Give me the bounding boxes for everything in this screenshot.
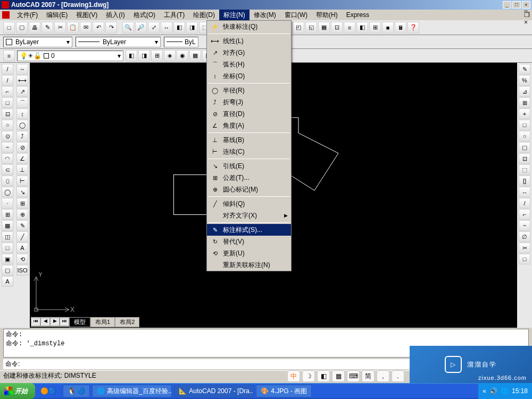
draw-tool-19[interactable]: A: [2, 276, 13, 287]
dim-tool-2[interactable]: ↗: [16, 86, 28, 97]
modify-tool-6[interactable]: ○: [519, 131, 530, 142]
menu-item-15[interactable]: ↘引线(E): [207, 160, 291, 172]
std-tool-8[interactable]: ↷: [105, 22, 117, 34]
dim-tool-14[interactable]: ✎: [16, 220, 28, 231]
std-tool-30[interactable]: ⊞: [369, 22, 381, 34]
minimize-button[interactable]: _: [503, 1, 511, 9]
std-tool-11[interactable]: 🔎: [135, 22, 147, 34]
layer-tool-3[interactable]: ◈: [164, 50, 176, 62]
modify-tool-9[interactable]: ⬚: [519, 164, 530, 175]
layer-tool-5[interactable]: ▦: [189, 50, 201, 62]
tray-expand-icon[interactable]: «: [483, 387, 486, 395]
std-tool-29[interactable]: ◧: [356, 22, 368, 34]
std-tool-1[interactable]: ▢: [16, 22, 28, 34]
layer-tool-2[interactable]: ⊞: [151, 50, 163, 62]
draw-tool-2[interactable]: ⌐: [2, 86, 13, 97]
layer-combo[interactable]: 💡 ☀ 🔓 0 ▾: [17, 51, 123, 61]
tab-model[interactable]: 模型: [69, 317, 90, 327]
layer-tool-1[interactable]: ◨: [138, 50, 150, 62]
menu-item-2[interactable]: ⟷线性(L): [207, 35, 291, 47]
draw-tool-5[interactable]: ○: [2, 120, 13, 130]
modify-tool-15[interactable]: ∅: [519, 231, 530, 242]
ime-button-0[interactable]: 中: [287, 370, 300, 382]
menu-modify[interactable]: 修改(M): [250, 10, 280, 21]
dim-tool-8[interactable]: ∠: [16, 153, 28, 164]
dim-tool-16[interactable]: A: [16, 243, 28, 253]
menu-edit[interactable]: 编辑(E): [42, 10, 72, 21]
modify-tool-11[interactable]: --: [519, 187, 530, 197]
std-tool-2[interactable]: 🖶: [29, 22, 40, 34]
menu-item-22[interactable]: ✎标注样式(S)...: [207, 224, 291, 236]
std-tool-14[interactable]: ◧: [173, 22, 185, 34]
lineweight-combo[interactable]: ByL: [164, 37, 198, 47]
std-tool-26[interactable]: ▦: [318, 22, 330, 34]
modify-tool-8[interactable]: ⊡: [519, 153, 530, 164]
draw-tool-11[interactable]: ◯: [2, 187, 13, 197]
menu-item-7[interactable]: ◯半径(R): [207, 85, 291, 96]
tray-network-icon[interactable]: 🌐: [501, 387, 509, 395]
menu-item-16[interactable]: ⊞公差(T)...: [207, 172, 291, 184]
tab-nav-next[interactable]: ▶: [50, 318, 60, 326]
draw-tool-16[interactable]: □: [2, 243, 13, 253]
menu-item-4[interactable]: ⌒弧长(H): [207, 59, 291, 70]
std-tool-5[interactable]: 📋: [67, 22, 79, 34]
task-qq[interactable]: 🐧 🔵: [63, 385, 90, 397]
ime-button-7[interactable]: .: [392, 370, 404, 382]
std-tool-0[interactable]: □: [3, 22, 15, 34]
dim-tool-10[interactable]: ⊢: [16, 176, 28, 186]
menu-dimension[interactable]: 标注(N): [219, 10, 250, 21]
draw-tool-10[interactable]: ⬯: [2, 176, 13, 186]
dim-tool-7[interactable]: ⊘: [16, 142, 28, 153]
menu-item-5[interactable]: ↕坐标(O): [207, 70, 291, 82]
ime-button-4[interactable]: ⌨: [347, 370, 360, 382]
std-tool-24[interactable]: ◰: [293, 22, 304, 34]
modify-tool-7[interactable]: ▢: [519, 142, 530, 153]
menu-item-25[interactable]: 重新关联标注(N): [207, 259, 291, 271]
dim-tool-0[interactable]: ↔: [16, 64, 28, 74]
dim-tool-11[interactable]: ↘: [16, 187, 28, 197]
modify-tool-3[interactable]: ⊞: [519, 97, 530, 108]
draw-tool-9[interactable]: ⊂: [2, 164, 13, 175]
ime-button-5[interactable]: 简: [362, 370, 375, 382]
menu-item-13[interactable]: ⊢连续(C): [207, 146, 291, 157]
draw-tool-17[interactable]: ▣: [2, 254, 13, 264]
menu-item-9[interactable]: ⊘直径(D): [207, 108, 291, 120]
linetype-combo[interactable]: ByLayer▾: [76, 37, 161, 47]
modify-tool-1[interactable]: %: [519, 75, 530, 86]
dim-tool-5[interactable]: ◯: [16, 120, 28, 130]
mdi-close-button[interactable]: ×: [524, 19, 530, 26]
ime-button-3[interactable]: ▦: [332, 370, 345, 382]
std-tool-6[interactable]: ✉: [80, 22, 92, 34]
menu-window[interactable]: 窗口(W): [280, 10, 312, 21]
menu-file[interactable]: 文件(F): [13, 10, 42, 21]
std-tool-33[interactable]: ❓: [408, 22, 419, 34]
tray-clock[interactable]: 15:18: [512, 387, 528, 395]
std-tool-4[interactable]: ✂: [54, 22, 66, 34]
color-combo[interactable]: ByLayer▾: [3, 37, 72, 47]
dim-tool-9[interactable]: ⊥: [16, 164, 28, 175]
menu-item-3[interactable]: ↗对齐(G): [207, 47, 291, 59]
menu-item-24[interactable]: ⟲更新(U): [207, 247, 291, 259]
dim-tool-13[interactable]: ⊕: [16, 209, 28, 220]
std-tool-32[interactable]: 🖩: [395, 22, 406, 34]
menu-insert[interactable]: 插入(I): [102, 10, 129, 21]
modify-tool-17[interactable]: □: [519, 254, 530, 264]
draw-tool-13[interactable]: ⊞: [2, 209, 13, 220]
menu-item-10[interactable]: ∠角度(A): [207, 120, 291, 131]
modify-tool-5[interactable]: □: [519, 120, 530, 130]
menu-item-0[interactable]: ⚡快速标注(Q): [207, 21, 291, 32]
tab-nav-first[interactable]: ⏮: [31, 318, 40, 326]
modify-tool-14[interactable]: ~: [519, 220, 530, 231]
dim-tool-17[interactable]: ⟲: [16, 254, 28, 264]
menu-item-20[interactable]: 对齐文字(X)▶: [207, 210, 291, 221]
menu-draw[interactable]: 绘图(D): [189, 10, 219, 21]
dim-tool-3[interactable]: ⌒: [16, 97, 28, 108]
modify-tool-10[interactable]: []: [519, 176, 530, 186]
menu-format[interactable]: 格式(O): [129, 10, 160, 21]
std-tool-31[interactable]: ■: [382, 22, 394, 34]
draw-tool-12[interactable]: ·: [2, 198, 13, 209]
modify-tool-0[interactable]: ✎: [519, 64, 530, 74]
tab-nav-prev[interactable]: ◀: [40, 318, 50, 326]
draw-tool-0[interactable]: /: [2, 64, 13, 74]
draw-tool-4[interactable]: ⊡: [2, 109, 13, 119]
